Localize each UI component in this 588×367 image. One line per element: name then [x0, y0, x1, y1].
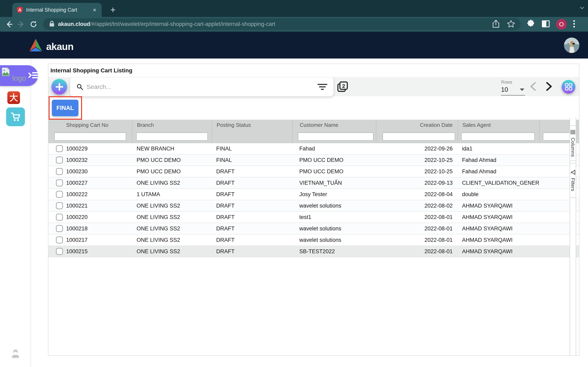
angular-favicon-icon: A	[17, 7, 23, 13]
table-row[interactable]: 1000232 PMO UCC DEMO FINAL PMO UCC DEMO …	[48, 155, 579, 166]
cell-customer: Fahad	[292, 143, 376, 154]
app-header: akaun	[0, 32, 588, 58]
column-header-posting-status[interactable]: Posting Status	[212, 120, 292, 131]
cell-customer: VIETNAM_TUẤN	[292, 177, 376, 188]
column-header-sales-agent[interactable]: Sales Agent	[458, 120, 539, 131]
filter-input-sales-agent[interactable]	[461, 133, 535, 141]
sidebar-app-icon-shopping-cart[interactable]	[6, 108, 25, 126]
cell-agent: AHMAD SYARQAWI	[458, 200, 539, 211]
columns-tab-label: Columns	[570, 138, 576, 157]
shopping-cart-table: Shopping Cart No Branch Posting Status C…	[48, 120, 579, 257]
cell-date: 2022-08-01	[376, 234, 458, 245]
extensions-puzzle-icon[interactable]	[526, 19, 535, 29]
sidebar-app-icon-pdf[interactable]: 大	[7, 91, 20, 104]
shopping-cart-icon	[10, 111, 21, 122]
duplicate-pages-icon[interactable]: 2	[337, 81, 348, 92]
user-avatar-photo[interactable]	[564, 38, 579, 53]
sidebar-logo-pill[interactable]: logo	[0, 65, 38, 86]
browser-tab[interactable]: A Internal Shopping Cart ×	[12, 3, 102, 17]
cell-agent: ida1	[458, 143, 539, 154]
row-checkbox[interactable]	[56, 225, 63, 232]
row-checkbox[interactable]	[56, 248, 63, 255]
table-row[interactable]: 1000230 PMO UCC DEMO DRAFT PMO UCC DEMO …	[48, 166, 579, 177]
table-row[interactable]: 1000227 ONE LIVING SS2 DRAFT VIETNAM_TUẤ…	[48, 177, 579, 189]
cell-branch: ONE LIVING SS2	[132, 177, 212, 188]
search-box[interactable]	[70, 77, 333, 96]
cell-cart-no: 1000222	[64, 189, 132, 200]
share-icon[interactable]	[492, 20, 500, 29]
table-row[interactable]: 1000218 ONE LIVING SS2 DRAFT wavelet sol…	[48, 223, 579, 234]
filter-input-cart-no[interactable]	[54, 133, 126, 141]
reload-button[interactable]	[27, 18, 40, 30]
table-row[interactable]: 1000229 NEW BRANCH FINAL Fahad 2022-09-2…	[48, 143, 579, 155]
search-input[interactable]	[86, 83, 314, 90]
url-bar[interactable]: akaun.cloud/#/applet/tnt/wavelet/erp/int…	[43, 18, 521, 30]
browser-profile-avatar[interactable]: O	[556, 19, 567, 30]
row-checkbox[interactable]	[56, 214, 63, 221]
row-checkbox[interactable]	[56, 145, 63, 152]
cell-date: 2022-10-25	[376, 166, 458, 177]
filter-input-creation-date[interactable]	[383, 133, 455, 141]
filters-tab-label: Filters	[570, 178, 576, 191]
person-icon	[11, 349, 20, 358]
add-new-button[interactable]	[52, 79, 67, 95]
cell-date: 2022-10-25	[376, 155, 458, 166]
grid-view-button[interactable]	[562, 80, 575, 94]
filters-tab[interactable]: Filters	[570, 163, 576, 198]
table-row[interactable]: 1000222 1 UTAMA DRAFT Josy Tester 2022-0…	[48, 189, 579, 200]
filter-input-customer-name[interactable]	[298, 133, 373, 141]
sidebar-profile-icon[interactable]	[11, 349, 20, 358]
columns-tab[interactable]: Columns	[570, 126, 576, 161]
browser-toolbar: akaun.cloud/#/applet/tnt/wavelet/erp/int…	[0, 17, 588, 32]
next-page-button[interactable]	[545, 82, 553, 91]
filter-lines-icon[interactable]	[318, 83, 327, 91]
chevron-right-icon	[545, 82, 553, 91]
new-tab-button[interactable]: +	[108, 4, 118, 15]
bookmark-star-icon[interactable]	[507, 20, 515, 29]
duplicate-count-label: 2	[342, 83, 345, 89]
row-checkbox[interactable]	[56, 191, 63, 198]
row-checkbox[interactable]	[56, 202, 63, 209]
table-row[interactable]: 1000217 ONE LIVING SS2 DRAFT wavelet sol…	[48, 234, 579, 246]
cell-posting-status: FINAL	[212, 155, 292, 166]
listing-toolbar: 2 Rows 10	[48, 77, 579, 96]
browser-menu-kebab-icon[interactable]	[573, 19, 575, 29]
column-header-branch[interactable]: Branch	[132, 120, 212, 131]
row-checkbox[interactable]	[56, 168, 63, 175]
row-checkbox[interactable]	[56, 157, 63, 164]
cell-date: 2022-08-01	[376, 223, 458, 234]
column-header-customer-name[interactable]: Customer Name	[292, 120, 376, 131]
cell-posting-status: DRAFT	[212, 189, 292, 200]
forward-button[interactable]	[15, 18, 27, 30]
filter-input-branch[interactable]	[136, 133, 208, 141]
expand-menu-icon[interactable]	[28, 71, 39, 80]
cell-date: 2022-09-13	[376, 177, 458, 188]
filter-input-extra[interactable]	[543, 133, 571, 141]
cell-posting-status: DRAFT	[212, 177, 292, 188]
row-checkbox[interactable]	[56, 179, 63, 186]
side-panel-icon[interactable]	[541, 20, 550, 29]
tab-search-chevron-icon[interactable]	[579, 5, 585, 12]
grid-icon	[565, 83, 572, 91]
cell-date: 2022-08-02	[376, 200, 458, 211]
back-button[interactable]	[3, 18, 15, 30]
table-row[interactable]: 1000221 ONE LIVING SS2 DRAFT wavelet sol…	[48, 200, 579, 212]
tab-close-icon[interactable]: ×	[92, 7, 97, 13]
cell-cart-no: 1000217	[64, 234, 132, 245]
final-filter-button[interactable]: FINAL	[52, 100, 78, 116]
rows-per-page-select[interactable]: Rows 10	[501, 80, 525, 96]
previous-page-button[interactable]	[528, 82, 537, 91]
column-header-cart-no[interactable]: Shopping Cart No	[64, 120, 132, 131]
row-checkbox[interactable]	[56, 236, 63, 243]
table-row-selected[interactable]: 1000215 ONE LIVING SS2 DRAFT SB-TEST2022…	[48, 246, 579, 257]
table-filter-row	[48, 131, 579, 143]
rows-label: Rows	[501, 80, 525, 85]
table-row[interactable]: 1000220 ONE LIVING SS2 DRAFT test1 2022-…	[48, 212, 579, 223]
columns-icon	[571, 129, 575, 135]
cell-date: 2022-09-26	[376, 143, 458, 154]
column-header-creation-date[interactable]: Creation Date	[376, 120, 458, 131]
cell-date: 2022-08-01	[376, 246, 458, 257]
cell-branch: ONE LIVING SS2	[132, 212, 212, 223]
cell-branch: NEW BRANCH	[132, 143, 212, 154]
cell-posting-status: DRAFT	[212, 166, 292, 177]
